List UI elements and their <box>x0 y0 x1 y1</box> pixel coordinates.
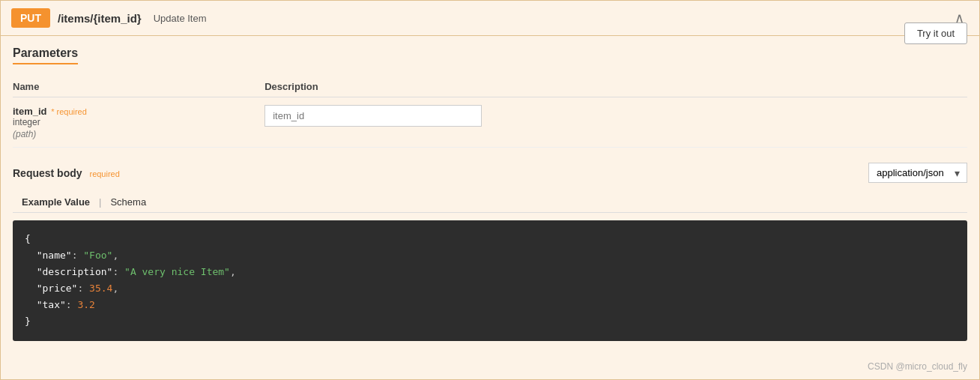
request-body-header: Request body required application/json t… <box>13 163 967 183</box>
request-body-title-group: Request body required <box>13 167 120 179</box>
endpoint-left: PUT /items/{item_id} Update Item <box>11 8 207 28</box>
content-type-wrapper: application/json text/plain <box>868 163 967 183</box>
collapse-button[interactable]: ∧ <box>950 10 969 26</box>
table-row: item_id * required integer (path) <box>13 97 967 148</box>
tab-example-value[interactable]: Example Value <box>13 192 99 212</box>
param-name-text: item_id <box>13 106 47 117</box>
param-name: item_id * required <box>13 106 87 117</box>
endpoint-header: PUT /items/{item_id} Update Item ∧ <box>1 1 979 36</box>
param-input-cell <box>264 97 967 148</box>
parameters-table: Name Description item_id * required inte… <box>13 76 967 148</box>
code-line-1: { <box>25 231 955 247</box>
footer-text: CSDN @micro_cloud_fly <box>868 361 967 372</box>
method-badge: PUT <box>11 8 50 28</box>
request-body-title: Request body <box>13 167 82 179</box>
code-line-2: "name": "Foo", <box>25 247 955 264</box>
code-block: { "name": "Foo", "description": "A very … <box>13 220 967 341</box>
param-name-cell: item_id * required integer (path) <box>13 97 264 148</box>
parameters-section: Parameters Try it out Name Description i… <box>1 36 979 148</box>
code-line-3: "description": "A very nice Item", <box>25 264 955 280</box>
name-column-header: Name <box>13 76 264 97</box>
code-line-4: "price": 35.4, <box>25 280 955 297</box>
parameters-title: Parameters <box>13 46 78 64</box>
item-id-input[interactable] <box>264 105 482 127</box>
request-body-required-badge: required <box>89 169 119 178</box>
api-panel: PUT /items/{item_id} Update Item ∧ Param… <box>0 0 980 380</box>
request-body-section: Request body required application/json t… <box>1 152 979 349</box>
code-line-5: "tax": 3.2 <box>25 297 955 313</box>
param-type: integer <box>13 117 258 127</box>
endpoint-description: Update Item <box>154 13 207 24</box>
endpoint-path: /items/{item_id} <box>58 12 142 25</box>
code-line-6: } <box>25 313 955 330</box>
tab-schema[interactable]: Schema <box>101 192 155 212</box>
description-column-header: Description <box>264 76 967 97</box>
content-type-select[interactable]: application/json text/plain <box>868 163 967 183</box>
param-required-badge: * required <box>51 107 87 116</box>
param-location: (path) <box>13 129 36 139</box>
tabs-row: Example Value | Schema <box>13 192 967 213</box>
